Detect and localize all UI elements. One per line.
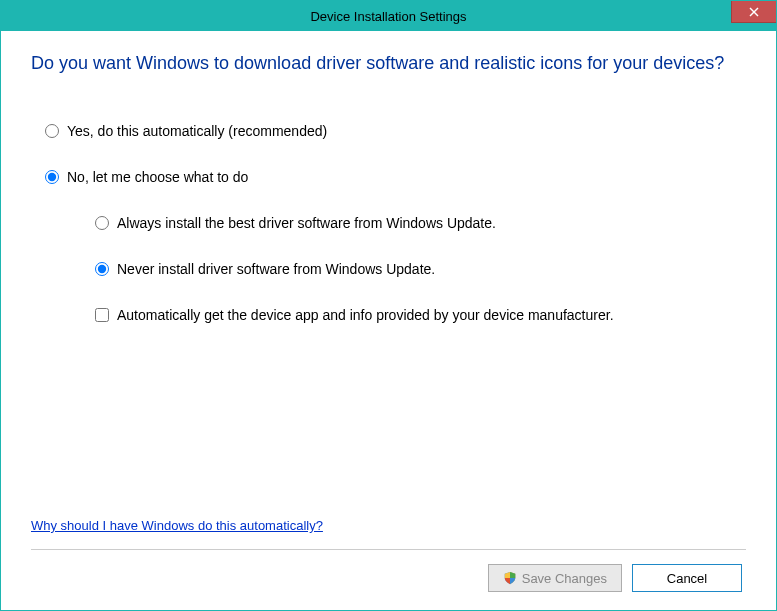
save-changes-button[interactable]: Save Changes <box>488 564 622 592</box>
radio-never-install[interactable] <box>95 262 109 276</box>
option-no[interactable]: No, let me choose what to do <box>45 169 746 185</box>
option-always-install[interactable]: Always install the best driver software … <box>95 215 746 231</box>
option-yes-label: Yes, do this automatically (recommended) <box>67 123 327 139</box>
dialog-heading: Do you want Windows to download driver s… <box>31 51 746 75</box>
save-changes-label: Save Changes <box>522 571 607 586</box>
cancel-label: Cancel <box>667 571 707 586</box>
option-yes[interactable]: Yes, do this automatically (recommended) <box>45 123 746 139</box>
option-no-label: No, let me choose what to do <box>67 169 248 185</box>
option-never-install[interactable]: Never install driver software from Windo… <box>95 261 746 277</box>
window-title: Device Installation Settings <box>310 9 466 24</box>
close-button[interactable] <box>731 1 776 23</box>
titlebar: Device Installation Settings <box>1 1 776 31</box>
radio-always-install[interactable] <box>95 216 109 230</box>
radio-no[interactable] <box>45 170 59 184</box>
button-row: Save Changes Cancel <box>31 564 746 592</box>
cancel-button[interactable]: Cancel <box>632 564 742 592</box>
checkbox-auto-app[interactable] <box>95 308 109 322</box>
sub-option-group: Always install the best driver software … <box>45 215 746 323</box>
option-never-install-label: Never install driver software from Windo… <box>117 261 435 277</box>
main-option-group: Yes, do this automatically (recommended)… <box>31 123 746 353</box>
spacer <box>31 353 746 518</box>
dialog-content: Do you want Windows to download driver s… <box>1 31 776 610</box>
shield-icon <box>503 571 517 585</box>
dialog-window: Device Installation Settings Do you want… <box>0 0 777 611</box>
option-auto-app-label: Automatically get the device app and inf… <box>117 307 614 323</box>
divider <box>31 549 746 550</box>
option-auto-app[interactable]: Automatically get the device app and inf… <box>95 307 746 323</box>
radio-yes[interactable] <box>45 124 59 138</box>
close-icon <box>749 7 759 17</box>
option-always-install-label: Always install the best driver software … <box>117 215 496 231</box>
help-link[interactable]: Why should I have Windows do this automa… <box>31 518 746 533</box>
